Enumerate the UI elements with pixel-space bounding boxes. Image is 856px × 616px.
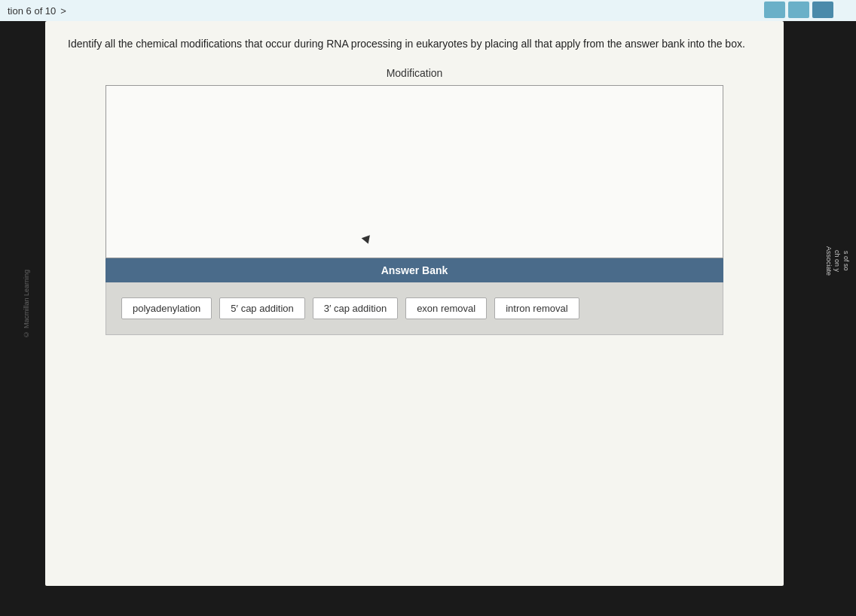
right-sidebar-text: s of so ch on y Associate — [824, 246, 850, 276]
answer-item-exon-removal[interactable]: exon removal — [405, 297, 487, 319]
question-indicator: tion 6 of 10 — [8, 5, 56, 17]
copyright-container: © Macmillan Learning — [8, 21, 45, 586]
answer-bank-items: polyadenylation 5′ cap addition 3′ cap a… — [105, 282, 723, 335]
drop-zone[interactable] — [105, 85, 723, 258]
answer-bank-header: Answer Bank — [105, 258, 723, 282]
answer-item-3cap[interactable]: 3′ cap addition — [313, 297, 398, 319]
top-right-buttons — [764, 2, 833, 18]
main-content: Identify all the chemical modifications … — [45, 21, 784, 586]
maximize-button[interactable] — [788, 2, 809, 18]
top-bar: tion 6 of 10 > — [0, 0, 856, 21]
answer-item-polyadenylation[interactable]: polyadenylation — [121, 297, 212, 319]
sidebar-line-2: ch on y — [833, 250, 841, 272]
close-button[interactable] — [812, 2, 833, 18]
modification-label: Modification — [68, 67, 761, 79]
answer-bank-section: Answer Bank polyadenylation 5′ cap addit… — [105, 258, 723, 335]
copyright-label: © Macmillan Learning — [23, 270, 30, 338]
cursor-indicator — [362, 235, 373, 245]
nav-arrow[interactable]: > — [60, 5, 66, 17]
question-text: Identify all the chemical modifications … — [68, 36, 761, 52]
sidebar-line-3: Associate — [825, 246, 833, 276]
minimize-button[interactable] — [764, 2, 785, 18]
sidebar-line-1: s of so — [842, 251, 850, 271]
answer-item-intron-removal[interactable]: intron removal — [494, 297, 579, 319]
answer-item-5cap[interactable]: 5′ cap addition — [219, 297, 304, 319]
